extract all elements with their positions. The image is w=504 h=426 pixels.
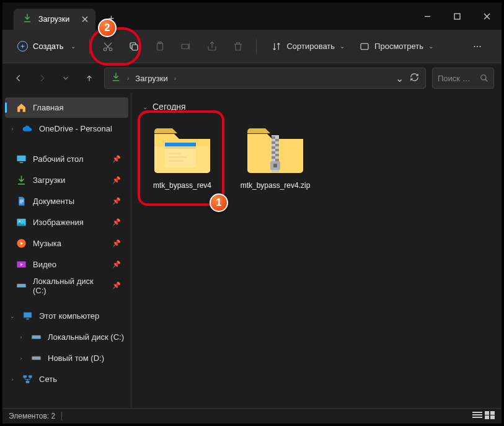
- sidebar-item-network[interactable]: › Сеть: [5, 369, 128, 389]
- file-content: ⌄ Сегодня: [131, 93, 502, 408]
- back-button[interactable]: [10, 69, 27, 87]
- file-name: mtk_bypass_rev4: [153, 181, 211, 190]
- sidebar-label: Главная: [33, 103, 63, 112]
- svg-rect-48: [472, 417, 482, 418]
- sidebar-item-pictures[interactable]: Изображения📌: [5, 212, 128, 233]
- sort-icon: [272, 42, 281, 51]
- svg-rect-3: [132, 45, 138, 50]
- chevron-down-icon: ⌄: [428, 43, 433, 50]
- sidebar-label: Музыка: [33, 239, 61, 248]
- delete-icon[interactable]: [226, 35, 250, 58]
- view-details-button[interactable]: [472, 410, 483, 422]
- chevron-right-icon[interactable]: ›: [17, 334, 25, 340]
- file-item-zip[interactable]: mtk_bypass_rev4.zip: [236, 117, 315, 196]
- cut-icon[interactable]: [96, 35, 120, 58]
- svg-point-2: [110, 48, 113, 51]
- sidebar-item-local-c[interactable]: Локальный диск (C:)📌: [5, 275, 128, 296]
- tab-bar: Загрузки +: [2, 2, 502, 30]
- svg-rect-7: [361, 43, 368, 49]
- up-button[interactable]: [81, 69, 98, 87]
- refresh-icon[interactable]: [410, 73, 419, 84]
- sidebar-label: Этот компьютер: [39, 311, 99, 321]
- documents-icon: [16, 196, 27, 206]
- sidebar: Главная › OneDrive - Personal Рабочий ст…: [2, 93, 131, 408]
- svg-point-1: [104, 48, 107, 51]
- search-placeholder: Поиск …: [438, 74, 471, 83]
- sidebar-item-downloads[interactable]: Загрузки📌: [5, 170, 128, 190]
- divider: [256, 39, 257, 54]
- svg-rect-45: [273, 164, 277, 167]
- view-icons-button[interactable]: [484, 410, 495, 422]
- tab-label: Загрузки: [38, 15, 69, 24]
- file-item-folder[interactable]: mtk_bypass_rev4: [143, 117, 222, 196]
- sidebar-item-videos[interactable]: Видео📌: [5, 254, 128, 275]
- breadcrumb[interactable]: › Загрузки › ⌄: [104, 68, 426, 89]
- file-name: mtk_bypass_rev4.zip: [241, 181, 311, 190]
- music-icon: [16, 238, 27, 249]
- sort-label: Сортировать: [286, 42, 335, 51]
- sidebar-label: Рабочий стол: [33, 154, 84, 164]
- drive-icon: [31, 332, 42, 342]
- search-input[interactable]: Поиск …: [432, 68, 494, 89]
- close-window-button[interactable]: [472, 2, 502, 30]
- divider: [61, 412, 62, 420]
- forward-button[interactable]: [33, 69, 51, 87]
- pin-icon: 📌: [112, 239, 121, 247]
- svg-rect-24: [32, 357, 40, 360]
- group-header-today[interactable]: ⌄ Сегодня: [143, 102, 490, 112]
- more-button[interactable]: ···: [466, 35, 489, 58]
- chevron-right-icon[interactable]: ›: [9, 376, 16, 383]
- sidebar-item-documents[interactable]: Документы📌: [5, 191, 128, 211]
- svg-rect-42: [272, 156, 275, 159]
- sidebar-item-onedrive[interactable]: › OneDrive - Personal: [5, 118, 128, 139]
- view-button[interactable]: Просмотреть ⌄: [355, 38, 438, 55]
- svg-point-15: [19, 221, 20, 223]
- close-tab-icon[interactable]: [79, 14, 91, 25]
- rename-icon[interactable]: [174, 35, 198, 58]
- create-label: Создать: [33, 42, 63, 51]
- desktop-icon: [16, 154, 27, 164]
- view-label: Просмотреть: [374, 42, 423, 51]
- annotation-badge-1: 1: [210, 193, 228, 212]
- svg-rect-0: [454, 14, 460, 19]
- sidebar-item-local-c2[interactable]: › Локальный диск (C:): [5, 327, 128, 347]
- chevron-down-icon[interactable]: ⌄: [9, 313, 16, 319]
- create-button[interactable]: + Создать ⌄: [10, 37, 83, 55]
- sidebar-item-home[interactable]: Главная: [5, 97, 128, 118]
- sidebar-item-music[interactable]: Музыка📌: [5, 233, 128, 254]
- minimize-button[interactable]: [412, 2, 442, 30]
- download-icon: [111, 72, 121, 84]
- maximize-button[interactable]: [442, 2, 472, 30]
- sort-button[interactable]: Сортировать ⌄: [267, 38, 350, 55]
- chevron-right-icon[interactable]: ›: [9, 126, 16, 132]
- svg-point-8: [481, 75, 486, 80]
- download-icon: [16, 175, 27, 185]
- pin-icon: 📌: [112, 197, 121, 205]
- svg-rect-23: [32, 337, 40, 339]
- svg-rect-49: [485, 411, 489, 415]
- paste-icon[interactable]: [148, 35, 172, 58]
- sidebar-label: Локальный диск (C:): [48, 332, 124, 342]
- folder-icon: [151, 123, 213, 176]
- plus-icon: +: [17, 41, 28, 51]
- sidebar-label: Документы: [33, 197, 74, 206]
- download-icon: [22, 13, 32, 25]
- breadcrumb-current[interactable]: Загрузки: [135, 74, 167, 83]
- copy-icon[interactable]: [122, 35, 146, 58]
- drive-icon: [16, 280, 27, 291]
- sidebar-item-new-vol[interactable]: › Новый том (D:): [5, 348, 128, 368]
- svg-rect-26: [29, 375, 32, 378]
- sidebar-label: Локальный диск (C:): [33, 277, 106, 295]
- tab-downloads[interactable]: Загрузки: [14, 9, 95, 30]
- sidebar-item-desktop[interactable]: Рабочий стол📌: [5, 149, 128, 169]
- new-tab-button[interactable]: +: [100, 8, 122, 29]
- chevron-down-icon[interactable]: ⌄: [396, 73, 404, 84]
- chevron-right-icon[interactable]: ›: [17, 355, 25, 362]
- share-icon[interactable]: [200, 35, 224, 58]
- svg-rect-35: [275, 139, 279, 141]
- sidebar-label: Изображения: [33, 218, 84, 227]
- chevron-right-icon: ›: [127, 75, 129, 82]
- sidebar-item-this-pc[interactable]: ⌄ Этот компьютер: [5, 306, 128, 326]
- recent-button[interactable]: [57, 69, 74, 87]
- cloud-icon: [22, 123, 33, 134]
